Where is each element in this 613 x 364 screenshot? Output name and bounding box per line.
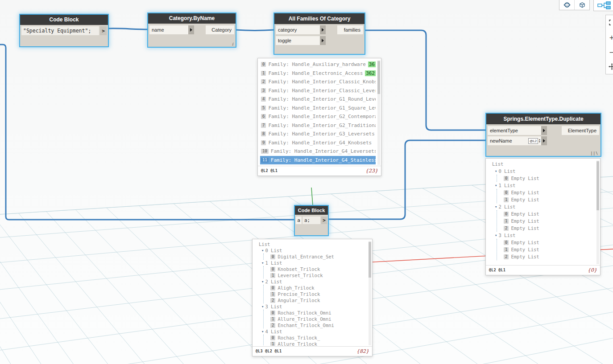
input-port-newname[interactable]: newName @L2 ▲ ▼ — [488, 136, 547, 145]
tree-item[interactable]: 2Enchant_Trilock_Omni — [270, 322, 367, 328]
collapse-icon[interactable]: ▾ — [261, 261, 264, 265]
list-row[interactable]: 6Family: Handle_Interior_G2_Contemporar — [260, 112, 376, 121]
node-title[interactable]: Code Block — [20, 15, 108, 25]
collapse-icon[interactable]: ▾ — [495, 169, 497, 173]
output-port[interactable]: > — [321, 217, 327, 224]
list-row[interactable]: 0Family: Handle_Auxiliary_hardware36 — [260, 60, 376, 69]
tree-item[interactable]: 1Allure_Trilock — [270, 341, 367, 346]
item-index: 6 — [261, 114, 266, 119]
collapse-icon[interactable]: ▾ — [495, 184, 497, 188]
zoom-out-button[interactable]: − — [606, 45, 613, 59]
wire-offscreen-to-codeblock2[interactable] — [0, 45, 295, 220]
dynamo-workspace[interactable]: Code Block "Specialty Equipment"; > Cate… — [0, 0, 613, 364]
node-category-byname[interactable]: Category.ByName name Category i — [148, 13, 236, 47]
tree-group[interactable]: ▾0 List — [261, 247, 367, 254]
node-graph-icon[interactable] — [597, 1, 613, 9]
tree-item[interactable]: 1Empty List — [504, 196, 595, 203]
collapse-icon[interactable]: ▾ — [495, 205, 497, 209]
list-row[interactable]: 11Family: Handle_Interior_G4_Stainless_ — [260, 156, 376, 165]
list-row[interactable]: 10Family: Handle_Interior_G4_Leversets — [260, 147, 376, 156]
list-row[interactable]: 4Family: Handle_Interior_G1_Round_Lever — [260, 95, 376, 104]
code-block-text[interactable]: a; — [302, 217, 320, 224]
input-port-toggle[interactable]: toggle — [276, 36, 326, 45]
list-row[interactable]: 5Family: Handle_Interior_G1_Square_Leve — [260, 104, 376, 113]
scrollbar[interactable] — [377, 60, 380, 165]
item-index: 1 — [270, 317, 275, 322]
zoom-fit-button[interactable] — [606, 15, 613, 30]
pan-button[interactable] — [606, 59, 613, 74]
tree-item[interactable]: 0Empty List — [504, 210, 595, 217]
node-title[interactable]: Springs.ElementType.Duplicate — [486, 114, 601, 124]
tree-item[interactable]: 0Rochas_Trilock_Omni — [270, 310, 367, 316]
collapse-icon[interactable]: ▾ — [261, 249, 264, 253]
tree-item[interactable]: 1Empty List — [504, 246, 595, 253]
scrollbar-thumb[interactable] — [377, 61, 380, 94]
collapse-icon[interactable]: ▾ — [261, 330, 264, 334]
node-title[interactable]: Code Block — [295, 206, 328, 215]
tree-item[interactable]: 0Knobset_Trilock — [270, 266, 367, 272]
input-port-name[interactable]: name — [149, 25, 194, 34]
scrollbar[interactable] — [596, 160, 599, 264]
node-code-block-1[interactable]: Code Block "Specialty Equipment"; > — [20, 15, 108, 46]
list-row[interactable]: 1Family: Handle_Electronic_Access362 — [260, 69, 376, 78]
spinner-down-icon[interactable]: ▼ — [538, 141, 541, 143]
output-port[interactable]: > — [100, 26, 107, 35]
info-icon[interactable]: i — [232, 42, 233, 46]
list-row[interactable]: 8Family: Handle_Interior_G3_Leversets — [260, 130, 376, 139]
scrollbar-thumb[interactable] — [596, 161, 599, 210]
list-row[interactable]: 2Family: Handle_Interior_Classic_Knobs — [260, 78, 376, 86]
scrollbar[interactable] — [369, 241, 371, 345]
output-port-families[interactable]: families — [337, 25, 363, 34]
item-text: Family: Handle_Interior_Classic_Knobs — [268, 79, 376, 85]
node-springs-elementtype-duplicate[interactable]: Springs.ElementType.Duplicate elementTyp… — [486, 114, 601, 156]
node-all-families-of-category[interactable]: All Families Of Category category toggle… — [274, 13, 364, 54]
input-port-a[interactable]: a — [296, 217, 302, 224]
output-port-elementtype[interactable]: ElementType — [562, 126, 599, 135]
tree-item[interactable]: 1Allure_Trilock_Omni — [270, 316, 367, 322]
tree-item[interactable]: 2Empty List — [504, 253, 595, 260]
geometry-view-button[interactable] — [575, 0, 589, 10]
tree-item[interactable]: 1Leverset_Trilock — [270, 272, 367, 278]
collapse-icon[interactable]: ▾ — [261, 280, 264, 284]
tree-group[interactable]: ▾3 List — [261, 303, 367, 310]
tree-group[interactable]: ▾1 List — [261, 260, 367, 266]
tree-item[interactable]: 0Aligh_Trilock — [270, 285, 367, 291]
level-badge[interactable]: @L2 — [528, 138, 538, 144]
tree-group[interactable]: ▾1 List — [495, 182, 595, 189]
wire-category-to-allfamilies[interactable] — [236, 30, 274, 31]
tree-item[interactable]: 1Precise_Trilock — [270, 291, 367, 297]
node-title[interactable]: Category.ByName — [148, 13, 236, 24]
node-title[interactable]: All Families Of Category — [274, 13, 364, 24]
input-port-elementtype[interactable]: elementType — [488, 126, 547, 135]
collapse-icon[interactable]: ▾ — [261, 305, 264, 309]
wire-families-to-elementtype[interactable] — [364, 30, 486, 130]
tree-group[interactable]: ▾2 List — [261, 278, 367, 285]
tree-item[interactable]: 1Empty List — [504, 217, 595, 225]
tree-item[interactable]: 0Empty List — [504, 189, 595, 196]
collapse-icon[interactable]: ▾ — [495, 233, 497, 237]
input-port-category[interactable]: category — [276, 25, 326, 34]
list-row[interactable]: 7Family: Handle_Interior_G2_Traditional — [260, 121, 376, 130]
tree-group-label: 4 List — [265, 328, 282, 335]
tree-item[interactable]: 0Empty List — [504, 239, 595, 246]
list-row[interactable]: 9Family: Handle_Interior_G4_Knobsets — [260, 139, 376, 147]
node-code-block-2[interactable]: Code Block a a; > — [295, 206, 328, 235]
wire-codeblock1-to-categorybyname[interactable] — [108, 29, 148, 29]
tree-group[interactable]: ▾2 List — [495, 203, 595, 210]
lacing-indicator[interactable]: ||\ — [591, 151, 598, 155]
output-port-category[interactable]: Category — [206, 25, 234, 34]
tree-item[interactable]: 0Rochas_Trilock_ — [270, 335, 367, 341]
level-spinner[interactable]: ▲ ▼ — [538, 139, 541, 143]
orbit-button[interactable] — [559, 0, 574, 10]
tree-item[interactable]: 0Digital_Entrance_Set — [270, 254, 367, 260]
code-block-text[interactable]: "Specialty Equipment"; — [21, 26, 99, 35]
tree-group[interactable]: ▾3 List — [495, 232, 595, 239]
tree-group[interactable]: ▾0 List — [495, 168, 595, 175]
scrollbar-thumb[interactable] — [369, 242, 371, 278]
zoom-in-button[interactable]: + — [606, 30, 613, 45]
tree-item[interactable]: 2Angular_Trilock — [270, 297, 367, 303]
tree-group[interactable]: ▾4 List — [261, 328, 367, 335]
tree-item[interactable]: 2Empty List — [504, 225, 595, 232]
tree-item[interactable]: 0Empty List — [504, 175, 595, 182]
list-row[interactable]: 3Family: Handle_Interior_Classic_Levers — [260, 86, 376, 95]
